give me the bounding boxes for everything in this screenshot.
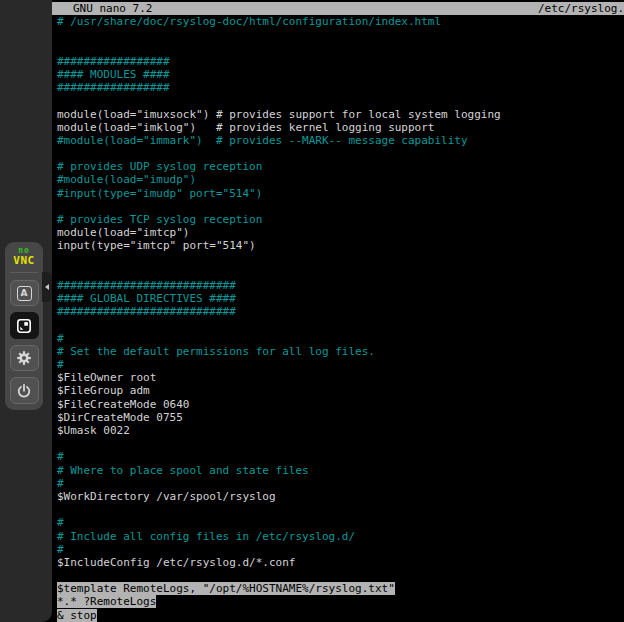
- terminal[interactable]: GNU nano 7.2 /etc/rsyslog. # /usr/share/…: [52, 0, 624, 622]
- terminal-line: $Umask 0022: [52, 424, 624, 437]
- terminal-line: [52, 28, 624, 41]
- sidebar-divider: [10, 272, 38, 273]
- collapse-arrow-icon: [45, 284, 49, 290]
- terminal-line: # Include all config files in /etc/rsysl…: [52, 530, 624, 543]
- terminal-line: module(load="imklog") # provides kernel …: [52, 121, 624, 134]
- nano-version-label: GNU nano 7.2: [73, 2, 152, 15]
- terminal-line: & stop: [52, 609, 624, 622]
- nano-titlebar: GNU nano 7.2 /etc/rsyslog.: [52, 2, 624, 15]
- terminal-line: #: [52, 543, 624, 556]
- power-button[interactable]: [10, 377, 39, 404]
- terminal-line: $DirCreateMode 0755: [52, 411, 624, 424]
- control-bar-handle[interactable]: [42, 272, 52, 302]
- power-icon: [16, 383, 32, 399]
- terminal-line: #: [52, 516, 624, 529]
- terminal-line: input(type="imtcp" port="514"): [52, 239, 624, 252]
- terminal-line: ###########################: [52, 305, 624, 318]
- fullscreen-button[interactable]: [10, 312, 39, 339]
- novnc-logo: no VNC: [13, 247, 34, 266]
- terminal-line: module(load="imuxsock") # provides suppo…: [52, 108, 624, 121]
- terminal-line: $FileCreateMode 0640: [52, 398, 624, 411]
- novnc-control-bar: no VNC A: [5, 242, 43, 410]
- terminal-line: #module(load="imudp"): [52, 173, 624, 186]
- terminal-line: [52, 319, 624, 332]
- terminal-line: [52, 503, 624, 516]
- terminal-line: #module(load="immark") # provides --MARK…: [52, 134, 624, 147]
- terminal-line: #################: [52, 55, 624, 68]
- terminal-line: [52, 569, 624, 582]
- novnc-logo-text-bottom: VNC: [13, 255, 34, 266]
- terminal-line: $IncludeConfig /etc/rsyslog.d/*.conf: [52, 556, 624, 569]
- terminal-line: [52, 147, 624, 160]
- settings-button[interactable]: [10, 345, 39, 372]
- terminal-line: [52, 42, 624, 55]
- terminal-line: [52, 94, 624, 107]
- terminal-line: #: [52, 358, 624, 371]
- terminal-line: module(load="imtcp"): [52, 226, 624, 239]
- terminal-line: # Set the default permissions for all lo…: [52, 345, 624, 358]
- terminal-line: #input(type="imudp" port="514"): [52, 187, 624, 200]
- terminal-line: #################: [52, 81, 624, 94]
- gear-icon: [16, 350, 32, 366]
- terminal-line: #: [52, 477, 624, 490]
- terminal-line: [52, 266, 624, 279]
- terminal-lines: # /usr/share/doc/rsyslog-doc/html/config…: [52, 15, 624, 622]
- terminal-line: $FileGroup adm: [52, 384, 624, 397]
- terminal-line: #### GLOBAL DIRECTIVES ####: [52, 292, 624, 305]
- terminal-line: # provides UDP syslog reception: [52, 160, 624, 173]
- keyboard-button[interactable]: A: [10, 280, 39, 307]
- nano-filename-label: /etc/rsyslog.: [538, 2, 624, 15]
- terminal-line: # provides TCP syslog reception: [52, 213, 624, 226]
- terminal-line: # Where to place spool and state files: [52, 464, 624, 477]
- terminal-line: #: [52, 450, 624, 463]
- fullscreen-icon: [16, 318, 32, 334]
- keyboard-a-icon: A: [17, 286, 32, 301]
- terminal-line: ###########################: [52, 279, 624, 292]
- novnc-sidebar-rail: no VNC A: [0, 0, 52, 622]
- terminal-line: $WorkDirectory /var/spool/rsyslog: [52, 490, 624, 503]
- terminal-line: [52, 437, 624, 450]
- terminal-line: [52, 253, 624, 266]
- terminal-line: #### MODULES ####: [52, 68, 624, 81]
- terminal-line: $FileOwner root: [52, 371, 624, 384]
- terminal-line: $template RemoteLogs, "/opt/%HOSTNAME%/r…: [52, 582, 624, 595]
- terminal-line: # /usr/share/doc/rsyslog-doc/html/config…: [52, 15, 624, 28]
- terminal-line: [52, 200, 624, 213]
- terminal-line: *.* ?RemoteLogs: [52, 595, 624, 608]
- terminal-line: #: [52, 332, 624, 345]
